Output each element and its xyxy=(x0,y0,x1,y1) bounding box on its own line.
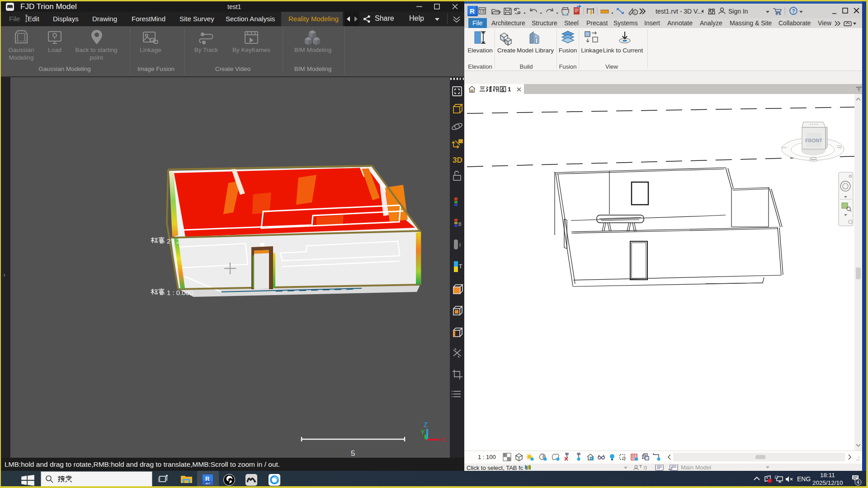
svg-text::0: :0 xyxy=(643,465,647,470)
svg-text:B: B xyxy=(458,222,462,227)
svg-text:3D: 3D xyxy=(453,156,462,164)
svg-text:Z: Z xyxy=(424,421,428,428)
svg-text:5: 5 xyxy=(351,449,355,458)
svg-text:X: X xyxy=(441,436,445,443)
svg-text:1: 1 xyxy=(634,10,636,14)
svg-text:T: T xyxy=(459,263,462,270)
svg-text:Y: Y xyxy=(420,428,425,436)
svg-text:RVT: RVT xyxy=(206,482,211,485)
svg-text:1 : 0.000: 1 : 0.000 xyxy=(167,289,193,296)
svg-text:2 : 2.636: 2 : 2.636 xyxy=(167,237,193,245)
svg-text:?: ? xyxy=(792,8,795,14)
svg-text:1: 1 xyxy=(508,86,511,92)
svg-text:R: R xyxy=(205,475,210,482)
svg-text:Main Model: Main Model xyxy=(681,465,711,471)
svg-text:test1.rvt - 3D V...: test1.rvt - 3D V... xyxy=(656,8,703,15)
svg-text:R: R xyxy=(470,7,475,15)
svg-text:Sign In: Sign In xyxy=(728,8,748,15)
svg-text:4: 4 xyxy=(857,480,859,485)
svg-text:FRONT: FRONT xyxy=(805,138,822,143)
svg-text:I: I xyxy=(459,242,461,248)
